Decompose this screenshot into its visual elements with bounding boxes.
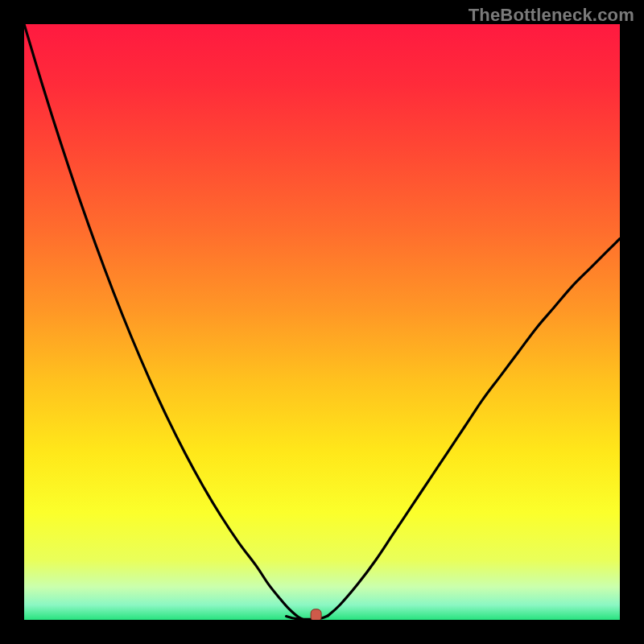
gradient-background	[24, 24, 620, 620]
bottleneck-chart	[24, 24, 620, 620]
bottleneck-marker	[311, 609, 321, 620]
watermark-text: TheBottleneck.com	[469, 5, 634, 26]
chart-frame: TheBottleneck.com	[0, 0, 644, 644]
